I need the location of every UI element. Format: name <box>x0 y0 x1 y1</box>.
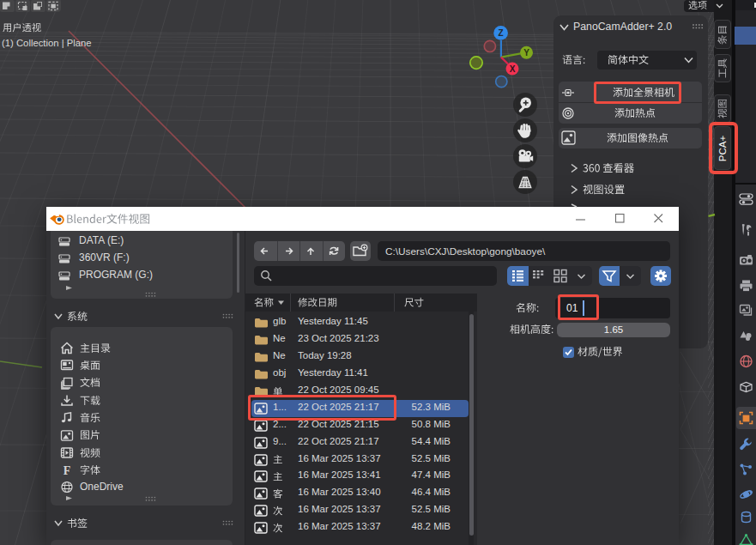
svg-text:F: F <box>64 464 71 477</box>
